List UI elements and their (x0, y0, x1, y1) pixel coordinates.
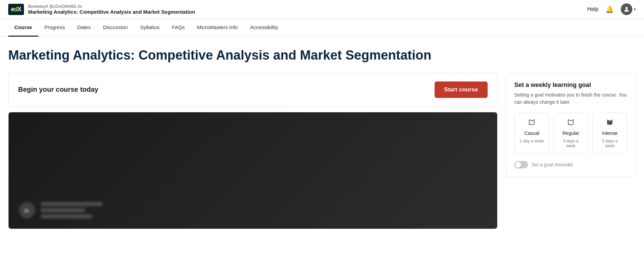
page-title: Marketing Analytics: Competitive Analysi… (8, 48, 636, 63)
nav-item-faqs[interactable]: FAQs (166, 19, 191, 37)
nav-item-syllabus[interactable]: Syllabus (134, 19, 166, 37)
nav-item-discussion[interactable]: Discussion (97, 19, 134, 37)
header-left: edX BerkeleyX BUSADM466.3x Marketing Ana… (8, 4, 195, 15)
casual-flag-icon (528, 118, 536, 128)
reminder-label: Set a goal reminder (531, 162, 573, 167)
play-icon: ▶ (19, 202, 35, 218)
goal-option-regular[interactable]: Regular 3 days a week (553, 113, 588, 154)
course-org: BerkeleyX BUSADM466.3x (28, 4, 195, 9)
goal-option-intense[interactable]: Intense 5 days a week (592, 113, 627, 154)
goal-description: Setting a goal motivates you to finish t… (514, 91, 627, 106)
nav-item-course[interactable]: Course (8, 19, 38, 37)
course-title-header: Marketing Analytics: Competitive Analysi… (28, 9, 195, 15)
site-header: edX BerkeleyX BUSADM466.3x Marketing Ana… (0, 0, 644, 19)
course-nav: Course Progress Dates Discussion Syllabu… (0, 19, 644, 37)
nav-item-accessibility[interactable]: Accessibility (244, 19, 284, 37)
begin-card-text: Begin your course today (18, 86, 99, 93)
goal-options: Casual 1 day a week Regular 3 days a wee… (514, 113, 627, 154)
intense-flag-icon (606, 118, 614, 128)
goal-option-casual[interactable]: Casual 1 day a week (514, 113, 549, 154)
begin-course-card: Begin your course today Start course (8, 73, 498, 106)
casual-sub: 1 day a week (520, 139, 544, 143)
intense-label: Intense (602, 130, 618, 136)
left-column: Begin your course today Start course ▶ (8, 73, 498, 229)
intense-sub: 5 days a week (597, 139, 623, 148)
start-course-button[interactable]: Start course (435, 81, 488, 98)
edx-logo[interactable]: edX (8, 4, 24, 15)
goal-title: Set a weekly learning goal (514, 81, 627, 89)
svg-point-0 (626, 7, 628, 9)
avatar-caret[interactable]: ▾ (634, 7, 636, 12)
goal-reminder-row: Set a goal reminder (514, 161, 627, 168)
nav-item-dates[interactable]: Dates (71, 19, 97, 37)
casual-label: Casual (524, 130, 539, 136)
header-right: Help 🔔 ▾ (587, 3, 636, 15)
regular-label: Regular (562, 130, 579, 136)
video-overlay: ▶ (19, 202, 102, 218)
content-grid: Begin your course today Start course ▶ (8, 73, 636, 229)
video-placeholder: ▶ (9, 112, 497, 229)
user-menu[interactable]: ▾ (621, 3, 636, 15)
header-course-info: BerkeleyX BUSADM466.3x Marketing Analyti… (28, 4, 195, 15)
help-link[interactable]: Help (587, 6, 598, 12)
regular-flag-icon (567, 118, 575, 128)
reminder-toggle[interactable] (514, 161, 528, 168)
notifications-icon[interactable]: 🔔 (605, 5, 614, 13)
regular-sub: 3 days a week (558, 139, 584, 148)
nav-item-micromasters[interactable]: MicroMasters Info (191, 19, 244, 37)
video-text-blur (41, 202, 102, 218)
course-video-card[interactable]: ▶ (8, 112, 498, 229)
toggle-knob (515, 162, 521, 168)
learning-goal-card: Set a weekly learning goal Setting a goa… (506, 73, 636, 177)
main-content: Marketing Analytics: Competitive Analysi… (0, 37, 644, 237)
nav-item-progress[interactable]: Progress (38, 19, 71, 37)
avatar-button[interactable] (621, 3, 632, 15)
